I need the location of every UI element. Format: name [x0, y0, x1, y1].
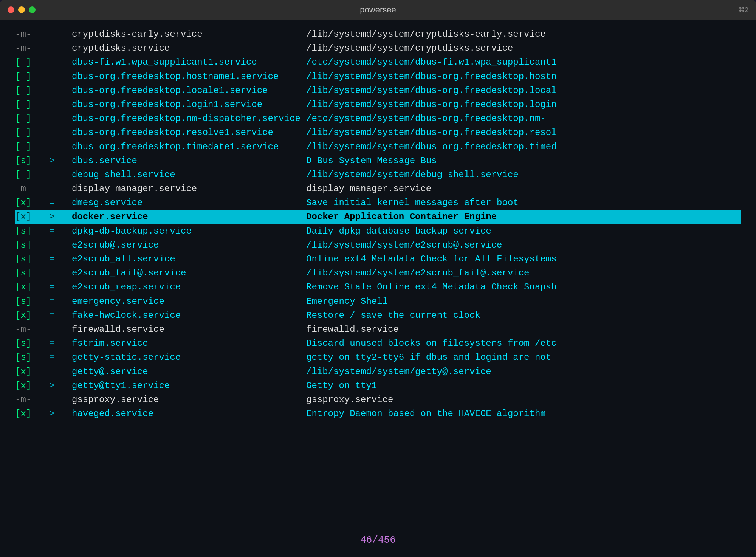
table-row[interactable]: [ ]dbus-org.freedesktop.nm-dispatcher.se…: [15, 111, 741, 125]
service-name: dbus-org.freedesktop.nm-dispatcher.servi…: [72, 111, 306, 125]
service-description: /etc/systemd/system/dbus-fi.w1.wpa_suppl…: [306, 55, 741, 69]
service-name: getty@.service: [72, 365, 306, 379]
service-name: dbus-org.freedesktop.resolve1.service: [72, 125, 306, 139]
service-description: Discard unused blocks on filesystems fro…: [306, 336, 741, 350]
service-description: getty on tty2-tty6 if dbus and logind ar…: [306, 350, 741, 364]
table-row[interactable]: [x]getty@.service/lib/systemd/system/get…: [15, 365, 741, 379]
table-row[interactable]: [ ]dbus-fi.w1.wpa_supplicant1.service/et…: [15, 55, 741, 69]
service-status: [ ]: [15, 111, 49, 125]
service-description: /lib/systemd/system/dbus-org.freedesktop…: [306, 97, 741, 111]
service-description: display-manager.service: [306, 182, 741, 196]
service-name: haveged.service: [72, 407, 306, 421]
table-row[interactable]: [ ]dbus-org.freedesktop.hostname1.servic…: [15, 70, 741, 84]
table-row[interactable]: [ ]dbus-org.freedesktop.login1.service/l…: [15, 97, 741, 111]
keyboard-shortcut: ⌘2: [738, 6, 748, 14]
service-description: /lib/systemd/system/dbus-org.freedesktop…: [306, 140, 741, 154]
table-row[interactable]: [ ]dbus-org.freedesktop.resolve1.service…: [15, 125, 741, 139]
service-name: display-manager.service: [72, 182, 306, 196]
service-indicator: =: [49, 224, 72, 238]
service-status: [ ]: [15, 55, 49, 69]
minimize-button[interactable]: [18, 6, 25, 13]
service-status: [s]: [15, 224, 49, 238]
table-row[interactable]: [s]=getty-static.servicegetty on tty2-tt…: [15, 350, 741, 364]
service-indicator: =: [49, 308, 72, 322]
table-row[interactable]: [s]=emergency.serviceEmergency Shell: [15, 294, 741, 308]
close-button[interactable]: [8, 6, 14, 13]
service-status: [x]: [15, 280, 49, 294]
service-indicator: =: [49, 350, 72, 364]
service-description: /lib/systemd/system/e2scrub@.service: [306, 238, 741, 252]
service-description: /lib/systemd/system/dbus-org.freedesktop…: [306, 70, 741, 84]
service-status: -m-: [15, 41, 49, 55]
service-name: e2scrub_all.service: [72, 252, 306, 266]
service-name: docker.service: [72, 210, 306, 224]
service-name: e2scrub@.service: [72, 238, 306, 252]
service-name: dbus-fi.w1.wpa_supplicant1.service: [72, 55, 306, 69]
service-status: -m-: [15, 27, 49, 41]
service-indicator: =: [49, 252, 72, 266]
table-row[interactable]: [ ]dbus-org.freedesktop.locale1.service/…: [15, 84, 741, 97]
service-status: [x]: [15, 407, 49, 421]
service-status: -m-: [15, 322, 49, 336]
table-row[interactable]: -m-cryptdisks.service/lib/systemd/system…: [15, 41, 741, 55]
service-status: [s]: [15, 154, 49, 168]
service-name: debug-shell.service: [72, 168, 306, 182]
service-description: /lib/systemd/system/dbus-org.freedesktop…: [306, 84, 741, 97]
service-description: D-Bus System Message Bus: [306, 154, 741, 168]
service-description: /lib/systemd/system/debug-shell.service: [306, 168, 741, 182]
service-description: /lib/systemd/system/cryptdisks-early.ser…: [306, 27, 741, 41]
service-status: -m-: [15, 393, 49, 407]
service-name: dbus-org.freedesktop.timedate1.service: [72, 140, 306, 154]
service-description: firewalld.service: [306, 322, 741, 336]
service-name: dmesg.service: [72, 196, 306, 210]
table-row[interactable]: [s]=fstrim.serviceDiscard unused blocks …: [15, 336, 741, 350]
service-name: getty@tty1.service: [72, 379, 306, 393]
table-row[interactable]: [x]=fake-hwclock.serviceRestore / save t…: [15, 308, 741, 322]
service-indicator: =: [49, 336, 72, 350]
service-description: Online ext4 Metadata Check for All Files…: [306, 252, 741, 266]
service-status: [s]: [15, 252, 49, 266]
service-status: [s]: [15, 350, 49, 364]
table-row[interactable]: [s]=dpkg-db-backup.serviceDaily dpkg dat…: [15, 224, 741, 238]
service-name: cryptdisks-early.service: [72, 27, 306, 41]
table-row[interactable]: [s]e2scrub_fail@.service/lib/systemd/sys…: [15, 266, 741, 280]
window-title: powersee: [360, 5, 396, 15]
table-row[interactable]: [s]=e2scrub_all.serviceOnline ext4 Metad…: [15, 252, 741, 266]
maximize-button[interactable]: [29, 6, 36, 13]
service-description: Remove Stale Online ext4 Metadata Check …: [306, 280, 741, 294]
service-description: Docker Application Container Engine: [306, 210, 741, 224]
table-row[interactable]: [x]>docker.serviceDocker Application Con…: [15, 210, 741, 224]
service-indicator: >: [49, 154, 72, 168]
service-description: /etc/systemd/system/dbus-org.freedesktop…: [306, 111, 741, 125]
table-row[interactable]: [ ]debug-shell.service/lib/systemd/syste…: [15, 168, 741, 182]
table-row[interactable]: [x]>haveged.serviceEntropy Daemon based …: [15, 407, 741, 421]
table-row[interactable]: -m-gssproxy.servicegssproxy.service: [15, 393, 741, 407]
table-row[interactable]: [s]>dbus.serviceD-Bus System Message Bus: [15, 154, 741, 168]
service-indicator: =: [49, 280, 72, 294]
service-indicator: =: [49, 196, 72, 210]
table-row[interactable]: [x]=dmesg.serviceSave initial kernel mes…: [15, 196, 741, 210]
service-status: [ ]: [15, 125, 49, 139]
service-name: getty-static.service: [72, 350, 306, 364]
service-status: [x]: [15, 379, 49, 393]
table-row[interactable]: -m-cryptdisks-early.service/lib/systemd/…: [15, 27, 741, 41]
service-list: -m-cryptdisks-early.service/lib/systemd/…: [15, 27, 741, 529]
service-status: [ ]: [15, 97, 49, 111]
table-row[interactable]: [x]=e2scrub_reap.serviceRemove Stale Onl…: [15, 280, 741, 294]
service-name: e2scrub_reap.service: [72, 280, 306, 294]
table-row[interactable]: -m-display-manager.servicedisplay-manage…: [15, 182, 741, 196]
service-description: gssproxy.service: [306, 393, 741, 407]
table-row[interactable]: [ ]dbus-org.freedesktop.timedate1.servic…: [15, 140, 741, 154]
service-status: [ ]: [15, 70, 49, 84]
footer: 46/456: [15, 529, 741, 549]
service-indicator: >: [49, 407, 72, 421]
service-indicator: >: [49, 210, 72, 224]
table-row[interactable]: -m-firewalld.servicefirewalld.service: [15, 322, 741, 336]
service-description: Getty on tty1: [306, 379, 741, 393]
service-status: [x]: [15, 196, 49, 210]
service-status: [ ]: [15, 168, 49, 182]
table-row[interactable]: [s]e2scrub@.service/lib/systemd/system/e…: [15, 238, 741, 252]
service-name: dbus-org.freedesktop.hostname1.service: [72, 70, 306, 84]
service-name: e2scrub_fail@.service: [72, 266, 306, 280]
table-row[interactable]: [x]>getty@tty1.serviceGetty on tty1: [15, 379, 741, 393]
